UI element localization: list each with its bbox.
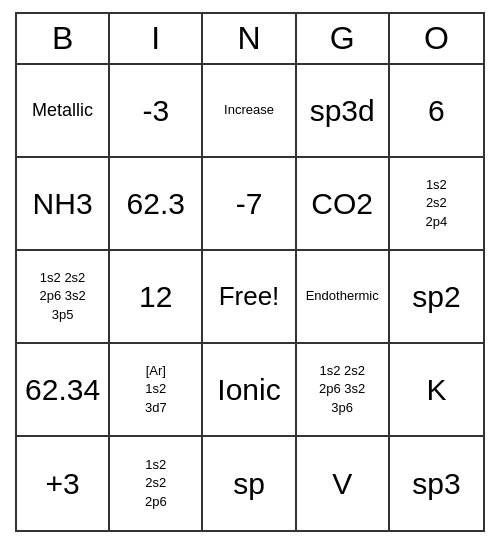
cell-4-3: V xyxy=(297,437,390,530)
cell-3-3: 1s2 2s22p6 3s23p6 xyxy=(297,344,390,437)
cell-3-4: K xyxy=(390,344,483,437)
cell-2-1: 12 xyxy=(110,251,203,344)
cell-3-1: [Ar]1s23d7 xyxy=(110,344,203,437)
cell-1-1: 62.3 xyxy=(110,158,203,251)
cell-4-1: 1s22s22p6 xyxy=(110,437,203,530)
cell-0-3: sp3d xyxy=(297,65,390,158)
header-cell-o: O xyxy=(390,14,483,63)
bingo-grid: Metallic-3Increasesp3d6NH362.3-7CO21s22s… xyxy=(15,63,485,532)
cell-2-2: Free! xyxy=(203,251,296,344)
cell-0-4: 6 xyxy=(390,65,483,158)
cell-0-2: Increase xyxy=(203,65,296,158)
cell-2-0: 1s2 2s22p6 3s23p5 xyxy=(17,251,110,344)
cell-1-2: -7 xyxy=(203,158,296,251)
bingo-card: BINGO Metallic-3Increasesp3d6NH362.3-7CO… xyxy=(15,12,485,532)
cell-3-2: Ionic xyxy=(203,344,296,437)
cell-1-3: CO2 xyxy=(297,158,390,251)
cell-3-0: 62.34 xyxy=(17,344,110,437)
cell-4-0: +3 xyxy=(17,437,110,530)
cell-1-4: 1s22s22p4 xyxy=(390,158,483,251)
cell-2-3: Endothermic xyxy=(297,251,390,344)
header-cell-i: I xyxy=(110,14,203,63)
cell-2-4: sp2 xyxy=(390,251,483,344)
cell-4-2: sp xyxy=(203,437,296,530)
header-cell-b: B xyxy=(17,14,110,63)
cell-0-1: -3 xyxy=(110,65,203,158)
cell-4-4: sp3 xyxy=(390,437,483,530)
cell-0-0: Metallic xyxy=(17,65,110,158)
header-cell-g: G xyxy=(297,14,390,63)
bingo-header: BINGO xyxy=(15,12,485,63)
cell-1-0: NH3 xyxy=(17,158,110,251)
header-cell-n: N xyxy=(203,14,296,63)
